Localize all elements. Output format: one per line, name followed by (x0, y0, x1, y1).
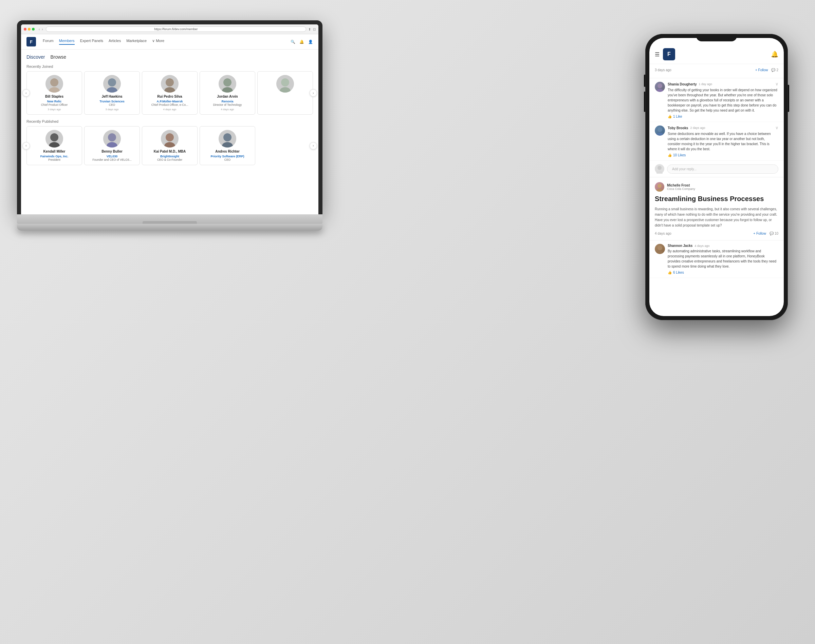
post1-comment-count: 💬 2 (771, 68, 778, 72)
comment-likes-shania[interactable]: 👍 1 Like (668, 115, 778, 118)
member-title-benny: Founder and CEO of VELO3... (87, 158, 137, 161)
user-avatar-icon[interactable]: 👤 (308, 40, 313, 44)
comment-author-shannon: Shannon Jacks 4 days ago (668, 244, 778, 248)
svg-point-6 (223, 78, 232, 86)
member-avatar-jordan (218, 75, 236, 93)
svg-point-1 (49, 87, 60, 93)
member-title-jeff: CEO (87, 103, 137, 106)
browser-nav-arrows: ‹ › (38, 28, 44, 31)
member-avatar-andres (218, 130, 236, 147)
article-follow-button[interactable]: + Follow (753, 232, 766, 235)
svg-point-13 (106, 142, 117, 147)
svg-point-19 (657, 89, 663, 92)
comment-author-toby: Toby Brooks 2 days ago ∨ (668, 126, 778, 130)
article-title: Streamlining Business Processes (655, 194, 778, 203)
comment-likes-toby[interactable]: 👍 10 Likes (668, 153, 778, 157)
member-avatar-5 (276, 75, 294, 93)
share-icon: ⬆ (308, 28, 311, 31)
svg-point-20 (658, 127, 662, 132)
nav-item-marketplace[interactable]: Marketplace (126, 39, 147, 45)
minimize-dot[interactable] (28, 28, 31, 31)
article-footer: 4 days ago + Follow 💬 10 (655, 232, 778, 235)
member-time-rui: 4 days ago (145, 108, 194, 111)
phone-outer: ☰ F 🔔 3 days ago + Follow 💬 (645, 34, 788, 320)
post1-follow-button[interactable]: + Follow (755, 68, 768, 72)
article-author-name: Michelle Frost (667, 184, 695, 187)
article-poster-info: Michelle Frost Coca Cola Company (667, 184, 695, 190)
app-logo: F (26, 37, 36, 46)
member-avatar-benny (103, 130, 121, 147)
svg-point-7 (222, 87, 233, 93)
comment-text-shannon: By automating administrative tasks, stre… (668, 248, 778, 269)
tab-discover[interactable]: Discover (26, 54, 45, 60)
member-time-jordan: 4 days ago (203, 108, 252, 111)
member-card-kai[interactable]: Kai Patel M.D., MBA BrightInsight CEO & … (142, 126, 198, 165)
browser-dots (24, 28, 35, 31)
svg-point-5 (164, 87, 175, 93)
laptop-keyboard (17, 224, 323, 231)
svg-point-3 (106, 87, 117, 93)
scene: ‹ › https://forum.fi/dev.com/member ⬆ ⊡ … (0, 0, 815, 644)
nav-item-forum[interactable]: Forum (43, 39, 54, 45)
nav-item-more[interactable]: ∨ More (152, 39, 164, 45)
post1-actions: + Follow 💬 2 (755, 68, 778, 72)
member-avatar-rui (161, 75, 178, 93)
maximize-dot[interactable] (32, 28, 35, 31)
svg-point-9 (280, 87, 291, 93)
hamburger-icon[interactable]: ☰ (655, 51, 660, 58)
comment-toby: Toby Brooks 2 days ago ∨ Some deductions… (649, 122, 784, 161)
nav-right-icons: 🔍 🔔 👤 (291, 40, 313, 44)
member-card-bill[interactable]: Bill Staples New Relic Chief Product Off… (26, 71, 82, 115)
browser-forward[interactable]: › (41, 28, 43, 31)
grid-prev-arrow[interactable]: ‹ (22, 89, 30, 97)
member-card-andres[interactable]: Andres Richter Priority Software (ERP) C… (200, 126, 255, 165)
svg-point-0 (50, 78, 58, 86)
bell-icon[interactable]: 🔔 (771, 51, 778, 58)
comment-likes-shannon[interactable]: 👍 6 Likes (668, 271, 778, 274)
member-card-rui[interactable]: Rui Pedro Silva A.P.Moller-Maersk Chief … (142, 71, 198, 115)
member-card-jeff[interactable]: Jeff Hawkins Truvian Sciences CEO 3 days… (84, 71, 140, 115)
grid-next-arrow[interactable]: › (309, 89, 317, 97)
published-next-arrow[interactable]: › (309, 142, 317, 150)
thumbs-up-icon-toby: 👍 (668, 153, 672, 157)
svg-point-12 (108, 133, 116, 141)
svg-point-8 (281, 78, 289, 86)
recently-published-label: Recently Published (26, 120, 313, 123)
svg-point-23 (657, 171, 663, 174)
nav-item-expert-panels[interactable]: Expert Panels (80, 39, 103, 45)
browser-url-bar[interactable]: https://forum.fi/dev.com/member (46, 26, 306, 32)
published-prev-arrow[interactable]: ‹ (22, 142, 30, 150)
member-time-jeff: 3 days ago (87, 108, 137, 111)
member-card-5[interactable] (257, 71, 313, 115)
member-company-kai: BrightInsight (145, 155, 194, 158)
phone-app-logo: F (663, 48, 675, 60)
reply-input-field[interactable]: Add your reply... (667, 164, 778, 174)
nav-item-members[interactable]: Members (59, 39, 75, 45)
member-company-jeff: Truvian Sciences (87, 100, 137, 103)
browser-back[interactable]: ‹ (38, 28, 40, 31)
svg-point-25 (657, 189, 663, 192)
search-icon[interactable]: 🔍 (291, 40, 295, 44)
member-card-kendall[interactable]: Kendall Miller Fairwinds Ops, Inc. Presi… (26, 126, 82, 165)
member-title-kai: CEO & Co-Founder (145, 158, 194, 161)
member-avatar-kendall (46, 130, 63, 147)
laptop-main-content: Discover Browse Recently Joined ‹ Bill S… (21, 49, 318, 175)
reply-user-avatar (655, 164, 664, 174)
chevron-down-icon-toby: ∨ (775, 126, 778, 130)
nav-item-articles[interactable]: Articles (109, 39, 121, 45)
svg-point-27 (657, 251, 663, 254)
svg-point-2 (108, 78, 116, 86)
phone-power-button (788, 85, 789, 112)
member-name-bill: Bill Staples (29, 95, 79, 98)
bookmark-icon: ⊡ (313, 28, 316, 31)
notification-icon[interactable]: 🔔 (299, 40, 304, 44)
app-nav: F Forum Members Expert Panels Articles M… (21, 34, 318, 49)
member-card-jordan[interactable]: Jordan Arvin Renovia Director of Technol… (200, 71, 255, 115)
comment-author-shania: Shania Dougherty 1 day ago ∨ (668, 82, 778, 86)
comment-body-shania: Shania Dougherty 1 day ago ∨ The difficu… (668, 82, 778, 118)
svg-point-26 (658, 245, 662, 250)
svg-point-4 (166, 78, 174, 86)
tab-browse[interactable]: Browse (50, 54, 66, 60)
close-dot[interactable] (24, 28, 26, 31)
member-card-benny[interactable]: Benny Buller VEL030 Founder and CEO of V… (84, 126, 140, 165)
